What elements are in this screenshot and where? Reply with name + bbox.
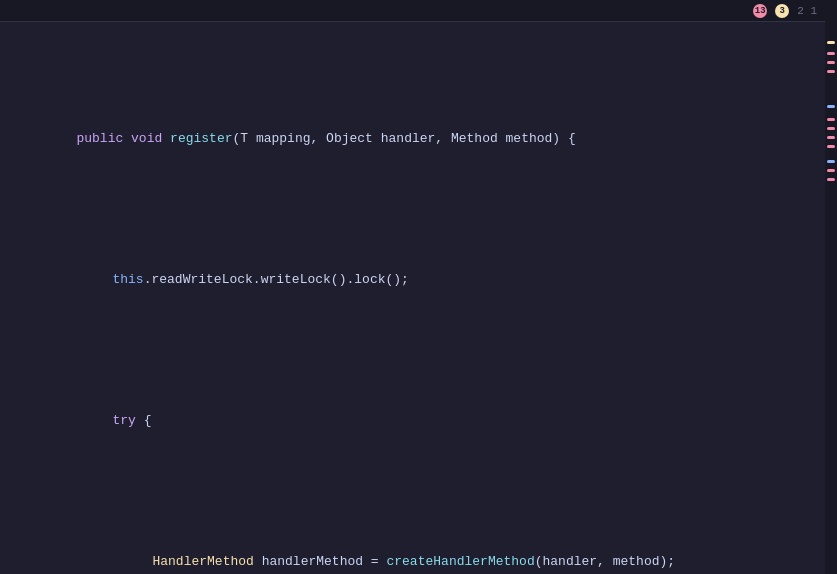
scroll-marker-yellow xyxy=(827,41,835,44)
error-badge: 13 xyxy=(753,4,767,18)
scroll-marker-red8 xyxy=(827,169,835,172)
scroll-marker-red3 xyxy=(827,70,835,73)
scroll-marker-red xyxy=(827,52,835,55)
scroll-marker-red5 xyxy=(827,127,835,130)
scroll-marker-red6 xyxy=(827,136,835,139)
scroll-marker-red2 xyxy=(827,61,835,64)
code-block: public void register(T mapping, Object h… xyxy=(0,22,837,574)
code-editor: 13 3 2 1 public void register(T mapping,… xyxy=(0,0,837,574)
scrollbar[interactable] xyxy=(825,0,837,574)
top-bar: 13 3 2 1 xyxy=(0,0,837,22)
code-line: try { xyxy=(10,391,837,451)
scroll-marker-blue2 xyxy=(827,160,835,163)
scroll-marker-red4 xyxy=(827,118,835,121)
status-text: 2 1 xyxy=(797,5,817,17)
warning-badge: 3 xyxy=(775,4,789,18)
scroll-marker-blue xyxy=(827,105,835,108)
code-line: public void register(T mapping, Object h… xyxy=(10,109,837,169)
code-line: HandlerMethod handlerMethod = createHand… xyxy=(10,532,837,574)
code-line: this.readWriteLock.writeLock().lock(); xyxy=(10,250,837,310)
top-bar-icons: 13 3 2 1 xyxy=(753,4,817,18)
scroll-marker-red7 xyxy=(827,145,835,148)
scroll-marker-red9 xyxy=(827,178,835,181)
